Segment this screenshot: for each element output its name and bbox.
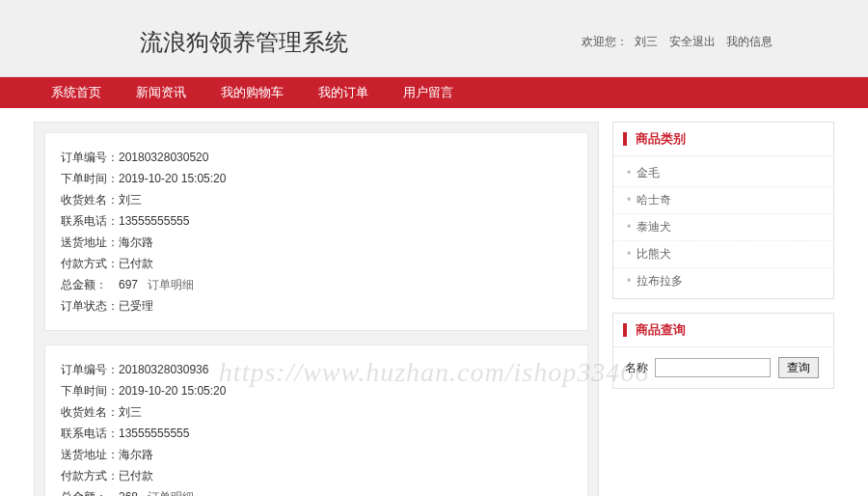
value-name: 刘三 <box>119 193 142 207</box>
search-button[interactable]: 查询 <box>778 357 819 378</box>
search-title: 商品查询 <box>636 322 686 337</box>
label-total: 总金额： <box>61 486 119 496</box>
user-panel: 欢迎您： 刘三 安全退出 我的信息 <box>582 34 776 50</box>
nav-cart-label[interactable]: 我的购物车 <box>221 85 284 99</box>
nav-message[interactable]: 用户留言 <box>386 77 471 108</box>
search-box: 商品查询 名称 查询 <box>612 313 834 389</box>
value-pay: 已付款 <box>119 257 153 270</box>
orders-column: 订单编号：20180328030520 下单时间：2019-10-20 15:0… <box>34 122 599 496</box>
category-item[interactable]: 金毛 <box>613 160 833 187</box>
value-phone: 13555555555 <box>119 214 189 228</box>
category-item[interactable]: 拉布拉多 <box>613 268 833 294</box>
welcome-prefix: 欢迎您： <box>582 35 628 48</box>
label-total: 总金额： <box>61 274 119 295</box>
category-title: 商品类别 <box>636 131 686 146</box>
value-total: 697 <box>119 278 138 291</box>
username-link[interactable]: 刘三 <box>635 35 658 48</box>
order-card: 订单编号：20180328030936 下单时间：2019-10-20 15:0… <box>44 344 588 496</box>
nav-cart[interactable]: 我的购物车 <box>203 77 301 108</box>
value-address: 海尔路 <box>119 235 153 249</box>
logout-link[interactable]: 安全退出 <box>669 35 716 48</box>
category-item[interactable]: 比熊犬 <box>613 241 833 268</box>
category-item[interactable]: 泰迪犬 <box>613 214 833 241</box>
category-link[interactable]: 泰迪犬 <box>637 220 671 234</box>
value-orderno: 20180328030936 <box>119 363 208 376</box>
value-pay: 已付款 <box>119 469 153 482</box>
title-bar-icon <box>623 132 627 146</box>
value-name: 刘三 <box>119 405 142 419</box>
myinfo-link[interactable]: 我的信息 <box>726 35 773 48</box>
nav-home[interactable]: 系统首页 <box>34 77 119 108</box>
nav-orders-label[interactable]: 我的订单 <box>318 85 368 99</box>
header-bar: 流浪狗领养管理系统 欢迎您： 刘三 安全退出 我的信息 <box>0 0 868 77</box>
label-pay: 付款方式： <box>61 253 119 274</box>
search-label: 名称 <box>625 361 648 374</box>
order-card: 订单编号：20180328030520 下单时间：2019-10-20 15:0… <box>44 132 588 331</box>
label-ordertime: 下单时间： <box>61 168 119 189</box>
order-detail-link[interactable]: 订单明细 <box>148 490 194 496</box>
label-orderno: 订单编号： <box>61 147 119 168</box>
category-link[interactable]: 哈士奇 <box>637 193 671 207</box>
value-orderno: 20180328030520 <box>119 151 208 164</box>
category-link[interactable]: 比熊犬 <box>637 247 671 261</box>
category-link[interactable]: 拉布拉多 <box>637 274 683 288</box>
label-name: 收货姓名： <box>61 401 119 423</box>
label-orderno: 订单编号： <box>61 359 119 380</box>
site-title: 流浪狗领养管理系统 <box>140 27 348 58</box>
value-address: 海尔路 <box>119 448 153 461</box>
label-address: 送货地址： <box>61 444 119 465</box>
label-pay: 付款方式： <box>61 465 119 486</box>
nav-news-label[interactable]: 新闻资讯 <box>136 85 186 99</box>
category-link[interactable]: 金毛 <box>637 166 660 179</box>
label-address: 送货地址： <box>61 232 119 253</box>
label-name: 收货姓名： <box>61 189 119 210</box>
label-phone: 联系电话： <box>61 423 119 444</box>
value-total: 268 <box>119 490 138 496</box>
search-input[interactable] <box>655 358 771 377</box>
nav-news[interactable]: 新闻资讯 <box>119 77 203 108</box>
value-ordertime: 2019-10-20 15:05:20 <box>119 172 226 185</box>
label-phone: 联系电话： <box>61 210 119 232</box>
nav-orders[interactable]: 我的订单 <box>301 77 386 108</box>
title-bar-icon <box>623 323 627 337</box>
category-box: 商品类别 金毛 哈士奇 泰迪犬 比熊犬 拉布拉多 <box>612 122 834 299</box>
order-detail-link[interactable]: 订单明细 <box>148 278 194 291</box>
label-ordertime: 下单时间： <box>61 380 119 401</box>
nav-message-label[interactable]: 用户留言 <box>403 85 453 99</box>
main-nav: 系统首页 新闻资讯 我的购物车 我的订单 用户留言 <box>0 77 868 108</box>
value-status: 已受理 <box>119 299 153 313</box>
value-ordertime: 2019-10-20 15:05:20 <box>119 384 226 398</box>
category-item[interactable]: 哈士奇 <box>613 187 833 214</box>
value-phone: 13555555555 <box>119 427 189 440</box>
label-status: 订单状态： <box>61 295 119 317</box>
nav-home-label[interactable]: 系统首页 <box>51 85 101 99</box>
